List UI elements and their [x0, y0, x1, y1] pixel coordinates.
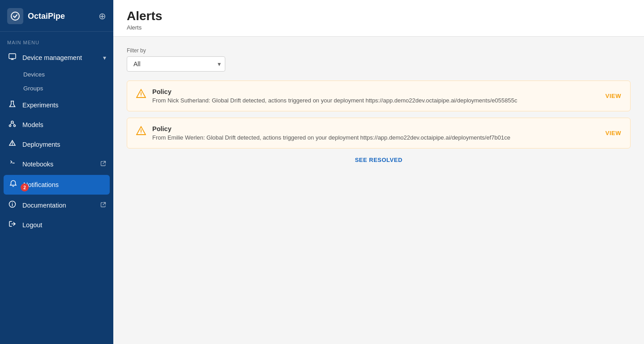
svg-point-3 — [9, 125, 11, 127]
sidebar-item-logout-label: Logout — [22, 221, 106, 229]
alert-body-2: Policy From Emilie Werlen: Global Drift … — [152, 125, 599, 141]
notebooks-icon — [7, 159, 17, 169]
sidebar-item-documentation[interactable]: Documentation — [0, 195, 113, 215]
chevron-down-icon: ▾ — [103, 54, 106, 61]
sidebar-item-devices[interactable]: Devices — [0, 68, 113, 81]
logout-icon — [7, 220, 17, 230]
alert-view-button-1[interactable]: VIEW — [605, 93, 621, 99]
sidebar-item-device-management[interactable]: Device management ▾ — [0, 48, 113, 68]
sidebar-item-experiments[interactable]: Experiments — [0, 95, 113, 115]
documentation-icon — [7, 200, 17, 210]
alert-view-button-2[interactable]: VIEW — [605, 130, 621, 136]
alert-type-1: Policy — [152, 88, 599, 95]
sidebar: OctaiPipe ⊕ MAIN MENU Device management … — [0, 0, 113, 344]
external-link-icon — [100, 161, 106, 168]
alert-message-1: From Nick Sutherland: Global Drift detec… — [152, 97, 599, 104]
sidebar-item-documentation-label: Documentation — [22, 202, 95, 209]
sidebar-item-groups[interactable]: Groups — [0, 81, 113, 95]
warning-icon-2 — [136, 126, 146, 138]
alert-type-2: Policy — [152, 125, 599, 132]
models-icon — [7, 120, 17, 130]
device-management-submenu: Devices Groups — [0, 68, 113, 95]
svg-point-7 — [12, 202, 13, 203]
svg-point-0 — [11, 12, 19, 20]
breadcrumb: Alerts — [127, 24, 631, 31]
svg-point-9 — [141, 133, 142, 134]
page-content: Filter by All Policy System Info ▾ — [113, 37, 644, 344]
warning-icon-1 — [136, 89, 146, 101]
sidebar-item-deployments-label: Deployments — [22, 141, 106, 148]
logo-icon — [7, 8, 23, 24]
sidebar-item-deployments[interactable]: Deployments — [0, 135, 113, 154]
svg-point-4 — [13, 125, 15, 127]
page-header: Alerts Alerts — [113, 0, 644, 37]
sidebar-item-notifications-label: Notifications — [23, 181, 105, 188]
sidebar-item-notebooks[interactable]: Notebooks — [0, 154, 113, 174]
filter-select-wrapper: All Policy System Info ▾ — [127, 56, 225, 72]
alert-card-1: Policy From Nick Sutherland: Global Drif… — [127, 81, 631, 111]
see-resolved-button[interactable]: SEE RESOLVED — [355, 157, 402, 163]
main-content: Alerts Alerts Filter by All Policy Syste… — [113, 0, 644, 344]
sidebar-logo: OctaiPipe ⊕ — [0, 0, 113, 32]
experiments-icon — [7, 100, 17, 110]
bell-icon: 2 — [8, 180, 18, 190]
sidebar-item-models-label: Models — [22, 121, 106, 128]
devices-label: Devices — [23, 71, 45, 78]
sidebar-item-models[interactable]: Models — [0, 115, 113, 135]
svg-point-8 — [141, 96, 142, 97]
notification-badge: 2 — [21, 183, 29, 191]
alert-body-1: Policy From Nick Sutherland: Global Drif… — [152, 88, 599, 104]
main-menu-label: MAIN MENU — [0, 32, 113, 48]
add-icon[interactable]: ⊕ — [99, 11, 106, 21]
sidebar-item-experiments-label: Experiments — [22, 102, 106, 109]
filter-label: Filter by — [127, 47, 631, 54]
sidebar-item-notebooks-label: Notebooks — [22, 161, 95, 168]
logo-text: OctaiPipe — [28, 12, 65, 21]
sidebar-item-notifications[interactable]: 2 Notifications — [4, 175, 110, 195]
device-management-icon — [7, 53, 17, 63]
sidebar-item-device-management-label: Device management — [22, 54, 98, 61]
sidebar-item-logout[interactable]: Logout — [0, 215, 113, 235]
filter-select[interactable]: All Policy System Info — [127, 56, 225, 72]
svg-rect-1 — [9, 54, 16, 59]
filter-bar: Filter by All Policy System Info ▾ — [127, 47, 631, 72]
external-link-icon-2 — [100, 202, 106, 209]
deployments-icon — [7, 140, 17, 149]
svg-point-2 — [11, 121, 13, 123]
see-resolved-section: SEE RESOLVED — [127, 156, 631, 164]
alert-card-2: Policy From Emilie Werlen: Global Drift … — [127, 118, 631, 149]
page-title: Alerts — [127, 9, 631, 23]
alert-message-2: From Emilie Werlen: Global Drift detecte… — [152, 134, 599, 141]
groups-label: Groups — [23, 85, 43, 92]
